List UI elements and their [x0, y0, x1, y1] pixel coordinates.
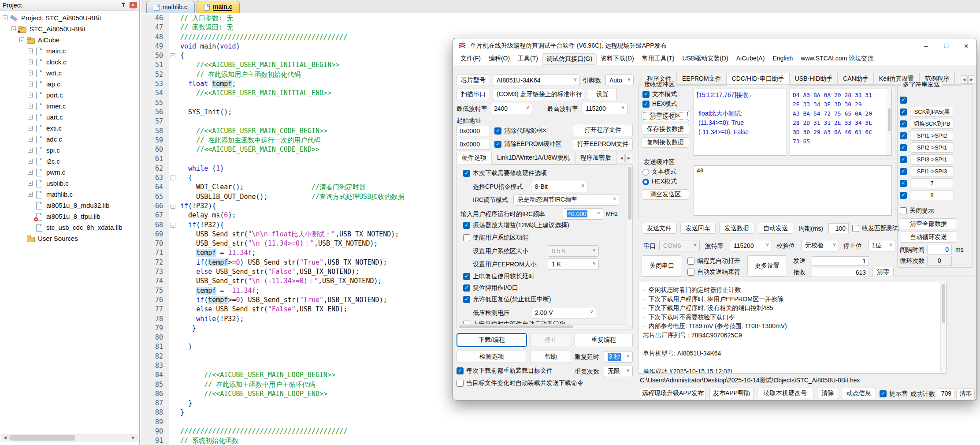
- fold-icon[interactable]: −: [171, 176, 175, 180]
- scroll-left-icon[interactable]: ◀: [1, 434, 9, 441]
- menu-item-6[interactable]: 常用工具(T): [638, 53, 679, 65]
- checkbox-checked-icon[interactable]: [900, 144, 907, 151]
- expand-icon[interactable]: [28, 115, 33, 120]
- multi-send-button[interactable]: SPI2->SPI1: [910, 142, 954, 153]
- checkbox-unchecked-icon[interactable]: [900, 207, 907, 214]
- tree-item[interactable]: AiCube: [0, 34, 139, 45]
- menu-item-10[interactable]: www.STCAI.com 论坛交流: [797, 53, 877, 65]
- vertical-scrollbar[interactable]: [627, 165, 632, 324]
- expand-icon[interactable]: [28, 126, 33, 131]
- menu-item-9[interactable]: English: [768, 53, 797, 65]
- multi-send-button[interactable]: SCK到PA5(黑: [910, 107, 954, 117]
- tab-mathlib-c[interactable]: mathlib.c: [146, 1, 195, 13]
- chip-model-select[interactable]: AI8051U-34K64: [493, 75, 580, 86]
- checkbox-checked-icon[interactable]: [880, 390, 887, 397]
- open-eeprom-file-button[interactable]: 打开EEPROM文件: [573, 138, 633, 150]
- code-address-input[interactable]: 0x0000: [457, 126, 490, 136]
- tree-item[interactable]: User Sources: [0, 233, 139, 244]
- more-settings-button[interactable]: 更多设置: [747, 255, 787, 277]
- checkbox-checked-icon[interactable]: [900, 156, 907, 163]
- fold-icon[interactable]: −: [171, 223, 175, 228]
- right-tab-8[interactable]: 功能脚切换: [954, 73, 960, 86]
- checkbox-unchecked-icon[interactable]: [457, 380, 464, 387]
- scroll-right-icon[interactable]: ▶: [130, 434, 137, 441]
- tree-item[interactable]: uart.c: [0, 112, 139, 123]
- tree-item[interactable]: ✱STC_Ai8050U-8Bit: [0, 23, 139, 34]
- tree-item[interactable]: spi.c: [0, 145, 139, 156]
- clear-send-button[interactable]: 清空发送区: [642, 189, 689, 200]
- menu-item-7[interactable]: USB驱动安装(D): [679, 53, 732, 65]
- collapse-icon[interactable]: [3, 15, 7, 20]
- scrollbar-thumb[interactable]: [628, 167, 631, 220]
- copy-receive-button[interactable]: 复制接收数据: [642, 137, 689, 148]
- auto-loop-send-button[interactable]: 自动循环发送: [900, 232, 957, 243]
- clear-log-button[interactable]: 清除: [817, 388, 838, 399]
- vertical-scrollbar[interactable]: [887, 89, 891, 155]
- radio-checked-icon[interactable]: [642, 179, 649, 185]
- eeprom-address-input[interactable]: 0x0000: [457, 139, 490, 150]
- stop-bit-combo[interactable]: 1位: [868, 240, 895, 251]
- scrollbar-thumb[interactable]: [942, 284, 945, 323]
- settings-button[interactable]: 设置: [588, 89, 617, 100]
- checkbox-checked-icon[interactable]: [457, 367, 464, 374]
- expand-icon[interactable]: [28, 170, 33, 175]
- hw-tab-2[interactable]: Link1D/Writer1A/U8W脱机: [492, 152, 575, 165]
- pin-icon[interactable]: [121, 3, 126, 8]
- user-sys-checkbox[interactable]: 使能用户系统区功能: [463, 234, 528, 242]
- expand-icon[interactable]: [28, 60, 33, 64]
- collapse-icon[interactable]: [11, 26, 16, 31]
- tree-item[interactable]: mathlib.c: [0, 189, 139, 200]
- match-test-checkbox[interactable]: 收发匹配测试: [852, 224, 899, 232]
- expand-icon[interactable]: [28, 148, 33, 153]
- lvd-select[interactable]: 2.00 V: [531, 307, 596, 318]
- close-icon[interactable]: ✕: [130, 2, 137, 8]
- tree-item[interactable]: timer.c: [0, 101, 139, 112]
- cpu-mode-select[interactable]: 8-Bit: [531, 181, 587, 192]
- tree-item[interactable]: main.c: [0, 45, 139, 56]
- help-button[interactable]: 帮助: [531, 351, 571, 363]
- reload-target-checkbox[interactable]: 每次下载前都重新装载目标文件: [457, 367, 553, 375]
- scrollbar-thumb[interactable]: [888, 108, 891, 131]
- tree-item[interactable]: pwm.c: [0, 167, 139, 178]
- send-hex-mode-radio[interactable]: HEX模式: [642, 178, 677, 186]
- clear-receive-button[interactable]: 清空接收区: [642, 111, 689, 121]
- collapse-icon[interactable]: [19, 37, 24, 42]
- expand-icon[interactable]: [28, 82, 33, 86]
- tree-item[interactable]: ai8051u_8_tfpu.lib: [0, 211, 139, 222]
- checkbox-checked-icon[interactable]: [900, 108, 907, 116]
- sys-size-select[interactable]: 0.5 K: [548, 245, 599, 257]
- checkbox-checked-icon[interactable]: [642, 101, 650, 108]
- tree-item[interactable]: Project: STC_Ai8050U-8Bit: [0, 12, 139, 23]
- multi-send-button[interactable]: SPI1->SPI2: [910, 131, 954, 141]
- checkbox-checked-icon[interactable]: [900, 120, 907, 127]
- tab-scroll-right-icon[interactable]: ▶: [625, 154, 632, 162]
- scrollbar-thumb[interactable]: [459, 325, 573, 328]
- receive-text-area[interactable]: [15:12:17.767]接收← float比大小测试: (11.34>=0)…: [694, 89, 787, 156]
- expand-icon[interactable]: [28, 104, 33, 108]
- vertical-scrollbar[interactable]: [940, 282, 946, 373]
- scrollbar-thumb[interactable]: [9, 435, 75, 441]
- repeat-program-button[interactable]: 重复编程: [575, 333, 633, 347]
- horizontal-scrollbar[interactable]: ◀ ▶: [1, 434, 137, 441]
- menu-item-5[interactable]: 资料下载(D): [597, 53, 638, 65]
- serial-port-combo[interactable]: COM6: [659, 240, 700, 251]
- checkbox-checked-icon[interactable]: [494, 127, 501, 135]
- tree-item[interactable]: port.c: [0, 90, 139, 101]
- send-data-button[interactable]: 发送数据: [719, 223, 754, 234]
- serial-port-select[interactable]: (COM3) 蓝牙链接上的标准串行: [493, 89, 584, 100]
- read-disk-id-button[interactable]: 读取本机硬盘号: [757, 388, 813, 399]
- checkbox-unchecked-icon[interactable]: [687, 258, 694, 265]
- checkbox-checked-icon[interactable]: [900, 97, 907, 104]
- send-file-button[interactable]: 发送文件: [642, 223, 677, 234]
- clear-all-data-button[interactable]: 清空全部数据: [900, 218, 957, 229]
- multi-send-button[interactable]: SPI3->SPI1: [910, 154, 954, 165]
- log-area[interactable]: · 空闲状态时看门狗定时器停止计数· 下次下载用户程序时, 将用户EEPROM区…: [638, 282, 947, 374]
- tree-item[interactable]: usblib.c: [0, 178, 139, 189]
- irc-freq-select[interactable]: 40.000: [563, 208, 603, 220]
- publish-help-button[interactable]: 发布APP帮助: [709, 388, 754, 399]
- right-tab-4[interactable]: USB-HID助手: [790, 73, 838, 86]
- send-cr-button[interactable]: 发送回车: [680, 223, 716, 234]
- menu-item-3[interactable]: 工具(T): [514, 53, 542, 65]
- maximize-icon[interactable]: ☐: [936, 38, 956, 53]
- tree-item[interactable]: clock.c: [0, 56, 139, 67]
